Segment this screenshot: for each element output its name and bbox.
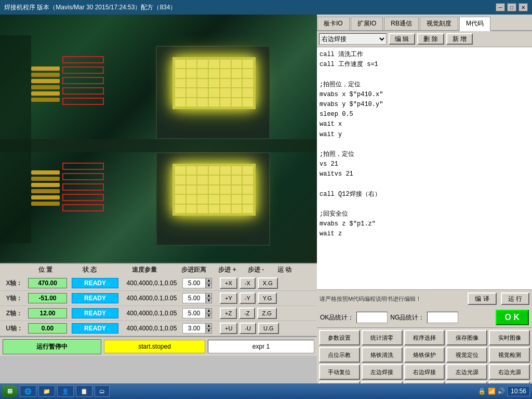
taskbar: ⊞ 🌐 📁 👤 📋 🗂 🔒 📶 🔊 10:56 (0, 383, 532, 399)
stoped-status: start.stoped (104, 340, 205, 353)
func-btn-参数设置[interactable]: 参数设置 (319, 330, 360, 345)
header-status: 状 态 (65, 265, 114, 274)
axis-plus-btn-1[interactable]: +Y (220, 292, 237, 304)
axis-speed-0: 400,4000,0.1,0.05 (123, 278, 180, 288)
taskbar-app-5[interactable]: 🗂 (95, 385, 110, 397)
header-minus: 步进 - (242, 265, 270, 274)
func-btn-左边光源[interactable]: 左边光源 (446, 364, 487, 380)
func-btn-右边光源[interactable]: 右边光源 (489, 364, 530, 380)
axis-step-up-0[interactable]: ▲ (206, 278, 212, 283)
axis-label-3: U轴： (3, 324, 26, 333)
axis-go-btn-2[interactable]: Z.G (257, 308, 277, 319)
axis-plus-btn-3[interactable]: +U (220, 323, 237, 334)
func-btn-视觉定位[interactable]: 视觉定位 (446, 347, 487, 363)
axis-label-2: Z轴： (3, 309, 26, 318)
header-go: 运 动 (270, 265, 299, 274)
axis-step-down-2[interactable]: ▼ (206, 313, 212, 318)
func-btn-统计清零[interactable]: 统计清零 (362, 330, 403, 345)
axis-speed-3: 400,4000,0.1,0.05 (123, 324, 180, 333)
edit-button[interactable]: 编 辑 (389, 33, 415, 45)
func-btn-烙铁保护[interactable]: 烙铁保护 (404, 347, 445, 363)
axis-minus-btn-1[interactable]: -Y (240, 292, 256, 304)
axis-go-btn-3[interactable]: U.G (258, 323, 279, 334)
axis-position-3: 0.00 (28, 323, 67, 334)
delete-button[interactable]: 删 除 (417, 33, 444, 45)
axis-step-input-0[interactable] (182, 278, 206, 288)
close-button[interactable]: ✕ (518, 3, 528, 11)
func-btn-保存图像[interactable]: 保存图像 (446, 330, 487, 345)
program-select[interactable]: 右边焊接 (319, 33, 387, 45)
axis-step-down-1[interactable]: ▼ (206, 298, 212, 303)
axis-plus-btn-2[interactable]: +Z (220, 308, 237, 319)
run-button[interactable]: 运 行 (501, 292, 529, 305)
func-btn-手动复位[interactable]: 手动复位 (319, 364, 360, 380)
ng-input[interactable] (427, 312, 458, 323)
minimize-button[interactable]: ─ (496, 3, 505, 11)
func-btn-烙铁清洗[interactable]: 烙铁清洗 (362, 347, 403, 363)
mcode-toolbar: 右边焊接 编 辑 删 除 新 增 (317, 31, 532, 47)
axis-status-1: READY (72, 293, 118, 303)
taskbar-app-3[interactable]: 👤 (57, 385, 74, 397)
tab-rb-comm[interactable]: RB通信 (384, 17, 419, 30)
main-content: for(let i=0;i<35;i++){ document.write('<… (0, 15, 532, 399)
ok-button[interactable]: O K (496, 310, 529, 325)
tab-expand-io[interactable]: 扩展IO (351, 17, 383, 30)
status-bar: 运行暂停中 start.stoped expr 1 (0, 336, 317, 356)
axis-position-1: -51.00 (28, 293, 67, 303)
axis-step-up-1[interactable]: ▲ (206, 293, 212, 298)
func-btn-右边焊接[interactable]: 右边焊接 (404, 364, 445, 380)
tab-mcode[interactable]: M代码 (459, 17, 490, 31)
taskbar-app-1[interactable]: 🌐 (20, 385, 36, 397)
func-btn-左边焊接[interactable]: 左边焊接 (362, 364, 403, 380)
axis-step-up-2[interactable]: ▲ (206, 308, 212, 313)
title-bar: 焊接机程序 版本（Mavis/Mar 30 2015/17:24:53）配方（8… (0, 0, 532, 15)
ng-label: NG品统计： (390, 313, 424, 322)
ok-label: OK品统计： (320, 313, 354, 322)
func-btn-视觉检测[interactable]: 视觉检测 (489, 347, 530, 363)
right-panel: 板卡IO 扩展IO RB通信 视觉刻度 M代码 右边焊接 编 辑 删 除 新 增 (317, 15, 532, 399)
axis-go-btn-0[interactable]: X.G (258, 277, 278, 289)
tab-vision-engrave[interactable]: 视觉刻度 (420, 17, 458, 30)
tab-board-io[interactable]: 板卡IO (317, 17, 350, 30)
expr-status: expr 1 (208, 340, 314, 353)
axis-go-btn-1[interactable]: Y.G (258, 292, 277, 304)
taskbar-app-2[interactable]: 📁 (38, 385, 55, 397)
taskbar-app-4[interactable]: 📋 (76, 385, 92, 397)
compile-button[interactable]: 编 译 (468, 292, 496, 305)
axis-step-input-2[interactable] (182, 308, 206, 318)
window-controls: ─ □ ✕ (496, 3, 528, 11)
tab-bar: 板卡IO 扩展IO RB通信 视觉刻度 M代码 (317, 15, 532, 31)
title-text: 焊接机程序 版本（Mavis/Mar 30 2015/17:24:53）配方（8… (4, 3, 176, 12)
axis-minus-btn-2[interactable]: -Z (239, 308, 255, 319)
camera-view: for(let i=0;i<35;i++){ document.write('<… (0, 15, 317, 263)
new-button[interactable]: 新 增 (446, 33, 473, 45)
mcode-textarea[interactable] (317, 47, 532, 289)
axis-minus-btn-0[interactable]: -X (240, 277, 256, 289)
axis-step-down-0[interactable]: ▼ (206, 283, 212, 288)
axis-status-0: READY (72, 278, 118, 288)
func-btn-点位示教[interactable]: 点位示教 (319, 347, 360, 363)
axis-step-input-1[interactable] (182, 293, 206, 303)
func-btn-实时图像[interactable]: 实时图像 (489, 330, 530, 345)
mcode-panel: 右边焊接 编 辑 删 除 新 增 请严格按照M代码编程说明书进行编辑！ 编 译 … (317, 31, 532, 399)
axis-speed-1: 400,4000,0.1,0.05 (123, 294, 180, 303)
axis-plus-btn-0[interactable]: +X (220, 277, 237, 289)
maximize-button[interactable]: □ (507, 3, 516, 11)
mcode-footer: 请严格按照M代码编程说明书进行编辑！ 编 译 运 行 (317, 289, 532, 308)
axis-step-up-3[interactable]: ▲ (206, 323, 212, 328)
ok-input[interactable] (356, 312, 388, 323)
axis-row-Y轴: Y轴： -51.00 READY 400,4000,0.1,0.05 ▲ ▼ +… (0, 291, 317, 306)
axis-minus-btn-3[interactable]: -U (240, 323, 256, 334)
axis-position-0: 470.00 (28, 278, 67, 288)
left-panel: for(let i=0;i<35;i++){ document.write('<… (0, 15, 317, 399)
axis-row-Z轴: Z轴： 12.00 READY 400,4000,0.1,0.05 ▲ ▼ +Z… (0, 306, 317, 321)
axis-step-down-3[interactable]: ▼ (206, 328, 212, 334)
axis-label-1: Y轴： (3, 294, 26, 303)
start-button[interactable]: ⊞ (2, 385, 18, 397)
axis-speed-2: 400,4000,0.1,0.05 (123, 309, 180, 318)
footer-text: 请严格按照M代码编程说明书进行编辑！ (320, 295, 463, 303)
taskbar-right: 🔒 📶 🔊 10:56 (478, 386, 530, 396)
axis-step-input-3[interactable] (182, 323, 206, 334)
running-status: 运行暂停中 (3, 339, 101, 354)
func-btn-程序选择[interactable]: 程序选择 (404, 330, 445, 345)
